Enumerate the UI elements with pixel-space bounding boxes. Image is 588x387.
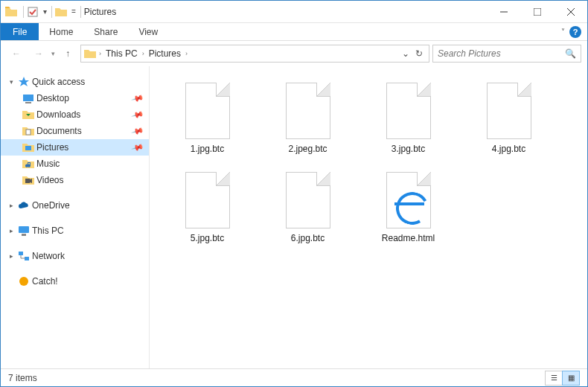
file-label: 4.jpg.btc xyxy=(492,144,525,154)
pin-icon: 📌 xyxy=(131,108,145,121)
pin-icon: 📌 xyxy=(131,124,145,138)
chevron-right-icon[interactable]: › xyxy=(142,50,144,57)
folder-icon xyxy=(22,141,35,153)
blank-file-icon xyxy=(185,172,230,228)
folder-icon xyxy=(22,109,35,121)
caret-right-icon[interactable]: ▸ xyxy=(7,252,16,260)
svg-rect-2 xyxy=(23,95,33,101)
help-icon[interactable]: ? xyxy=(569,26,581,38)
svg-rect-3 xyxy=(25,102,31,103)
network-icon xyxy=(17,250,31,262)
star-icon xyxy=(17,76,31,88)
pc-icon xyxy=(17,225,31,237)
sidebar-item-label: Documents xyxy=(36,126,131,136)
view-icons-button[interactable]: ▦ xyxy=(562,371,580,386)
blank-file-icon xyxy=(386,83,431,139)
file-label: Readme.html xyxy=(382,233,435,243)
sidebar: ▾ Quick access Desktop📌Downloads📌Documen… xyxy=(1,66,150,368)
svg-rect-9 xyxy=(19,252,23,255)
refresh-button[interactable]: ↻ xyxy=(412,48,426,59)
file-label: 5.jpg.btc xyxy=(191,233,224,243)
svg-rect-6 xyxy=(25,179,30,183)
back-button[interactable]: ← xyxy=(7,44,26,63)
sidebar-item-videos[interactable]: Videos xyxy=(1,172,149,188)
window-title: Pictures xyxy=(84,7,116,17)
sidebar-item-pictures[interactable]: Pictures📌 xyxy=(1,139,149,156)
file-item[interactable]: 4.jpg.btc xyxy=(458,80,559,169)
caret-right-icon[interactable]: ▸ xyxy=(7,202,16,209)
tab-view[interactable]: View xyxy=(128,23,168,40)
qat-dropdown-icon[interactable]: ▾ xyxy=(43,7,47,16)
sidebar-item-label: Music xyxy=(36,159,149,169)
file-item[interactable]: 2.jpeg.btc xyxy=(258,80,358,169)
tab-file[interactable]: File xyxy=(1,23,39,40)
search-icon[interactable]: 🔍 xyxy=(565,48,576,59)
caret-down-icon[interactable]: ▾ xyxy=(7,78,16,86)
sidebar-catch[interactable]: Catch! xyxy=(1,273,149,290)
folder-icon xyxy=(22,125,35,137)
close-button[interactable] xyxy=(554,1,587,23)
pin-icon: 📌 xyxy=(131,92,145,105)
sidebar-quick-access[interactable]: ▾ Quick access xyxy=(1,74,149,90)
file-label: 6.jpg.btc xyxy=(291,233,325,243)
maximize-button[interactable] xyxy=(520,1,554,23)
ribbon: File Home Share View ˅ ? xyxy=(1,23,587,41)
svg-rect-8 xyxy=(22,234,26,236)
blank-file-icon xyxy=(185,83,230,139)
recent-dropdown-icon[interactable]: ▾ xyxy=(51,50,55,57)
tab-share[interactable]: Share xyxy=(83,23,128,40)
sidebar-item-label: Videos xyxy=(36,175,149,185)
breadcrumb-this-pc[interactable]: This PC xyxy=(103,48,141,59)
breadcrumb-pictures[interactable]: Pictures xyxy=(146,48,184,59)
qat-checkbox-icon[interactable] xyxy=(27,6,39,18)
view-details-button[interactable]: ☰ xyxy=(545,371,563,386)
file-label: 3.jpg.btc xyxy=(392,144,425,154)
file-item[interactable]: 3.jpg.btc xyxy=(358,80,458,169)
sidebar-item-label: Pictures xyxy=(36,142,131,153)
sidebar-item-desktop[interactable]: Desktop📌 xyxy=(1,90,149,106)
catch-icon xyxy=(17,275,31,287)
title-bar: ▾ = Pictures xyxy=(1,1,587,23)
blank-file-icon xyxy=(487,83,531,139)
svg-rect-1 xyxy=(534,8,541,16)
html-file-icon xyxy=(386,172,431,228)
sidebar-item-label: Desktop xyxy=(36,93,131,103)
address-folder-icon xyxy=(84,48,96,59)
file-item[interactable]: Readme.html xyxy=(358,169,458,258)
app-icon xyxy=(5,6,17,18)
file-item[interactable]: 5.jpg.btc xyxy=(157,169,258,258)
sidebar-item-music[interactable]: Music xyxy=(1,156,149,172)
svg-rect-5 xyxy=(25,146,31,150)
file-label: 2.jpeg.btc xyxy=(288,144,327,154)
sidebar-item-downloads[interactable]: Downloads📌 xyxy=(1,106,149,123)
folder-icon xyxy=(22,174,35,186)
sidebar-network[interactable]: ▸ Network xyxy=(1,248,149,264)
sidebar-onedrive[interactable]: ▸ OneDrive xyxy=(1,197,149,214)
up-button[interactable]: ↑ xyxy=(58,44,77,63)
address-dropdown-icon[interactable]: ⌄ xyxy=(399,48,412,59)
forward-button[interactable]: → xyxy=(29,44,48,63)
minimize-button[interactable] xyxy=(487,1,520,23)
svg-rect-7 xyxy=(19,226,29,233)
caret-right-icon[interactable]: ▸ xyxy=(7,227,16,234)
file-item[interactable]: 1.jpg.btc xyxy=(157,80,258,169)
svg-point-11 xyxy=(19,277,28,286)
folder-icon xyxy=(22,92,35,104)
file-item[interactable]: 6.jpg.btc xyxy=(258,169,358,258)
sidebar-item-documents[interactable]: Documents📌 xyxy=(1,123,149,139)
file-label: 1.jpg.btc xyxy=(191,144,224,154)
address-bar[interactable]: › This PC › Pictures › ⌄ ↻ xyxy=(80,45,429,63)
svg-rect-4 xyxy=(26,129,31,135)
status-bar: 7 items ☰ ▦ xyxy=(1,368,587,386)
content-area[interactable]: 1.jpg.btc2.jpeg.btc3.jpg.btc4.jpg.btc5.j… xyxy=(150,66,587,368)
search-input[interactable] xyxy=(438,48,565,59)
blank-file-icon xyxy=(286,83,330,139)
folder-icon xyxy=(22,158,35,170)
sidebar-this-pc[interactable]: ▸ This PC xyxy=(1,223,149,239)
chevron-right-icon[interactable]: › xyxy=(99,50,101,57)
tab-home[interactable]: Home xyxy=(39,23,83,40)
chevron-right-icon[interactable]: › xyxy=(185,50,188,57)
ribbon-expand-icon[interactable]: ˅ xyxy=(561,28,565,36)
nav-bar: ← → ▾ ↑ › This PC › Pictures › ⌄ ↻ 🔍 xyxy=(1,41,587,66)
search-box[interactable]: 🔍 xyxy=(432,45,581,63)
